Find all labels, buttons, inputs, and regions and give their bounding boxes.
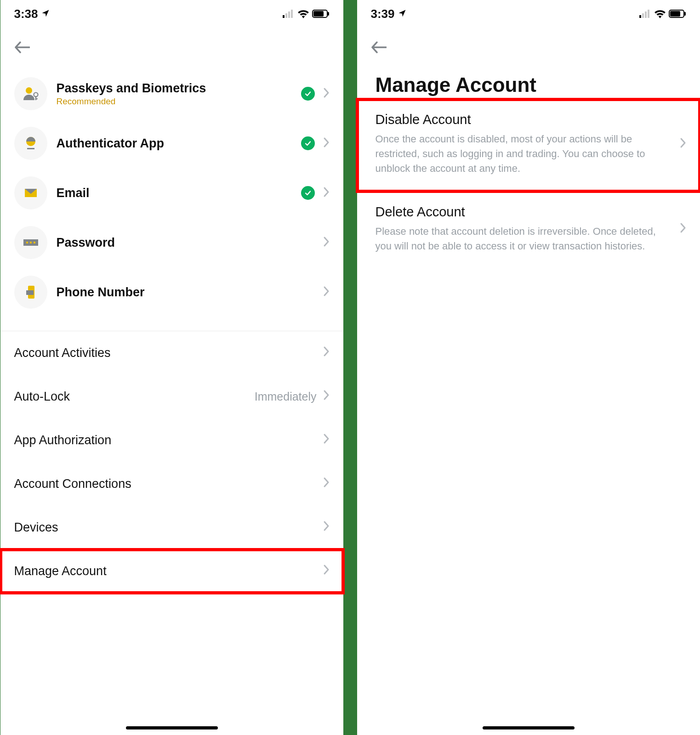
auth-row-phone[interactable]: Phone Number xyxy=(5,267,339,317)
status-bar: 3:38 xyxy=(0,0,343,28)
row-label: Devices xyxy=(14,520,58,535)
chevron-right-icon xyxy=(323,137,330,150)
check-icon xyxy=(301,186,315,200)
chevron-right-icon xyxy=(323,187,330,199)
security-settings-screen: 3:38 xyxy=(0,0,343,735)
svg-rect-26 xyxy=(684,12,686,16)
home-indicator[interactable] xyxy=(126,726,218,729)
svg-point-16 xyxy=(29,242,32,244)
phone-icon xyxy=(14,276,47,309)
auth-methods-list: Passkeys and Biometrics Recommended xyxy=(0,60,343,331)
chevron-right-icon xyxy=(323,390,330,404)
auth-row-passkeys[interactable]: Passkeys and Biometrics Recommended xyxy=(5,69,339,119)
row-label: Account Connections xyxy=(14,477,131,491)
row-app-authorization[interactable]: App Authorization xyxy=(0,418,343,462)
row-account-connections[interactable]: Account Connections xyxy=(0,462,343,506)
row-label: Auto-Lock xyxy=(14,390,70,404)
svg-rect-9 xyxy=(35,96,36,100)
svg-rect-5 xyxy=(313,11,324,17)
manage-account-screen: 3:39 xyxy=(357,0,700,735)
card-title: Delete Account xyxy=(376,204,671,220)
battery-icon xyxy=(669,10,686,18)
wifi-icon xyxy=(654,9,666,18)
chevron-right-icon xyxy=(680,222,686,235)
passkey-icon xyxy=(14,77,47,110)
password-icon xyxy=(14,226,47,259)
chevron-right-icon xyxy=(680,137,686,150)
status-time: 3:39 xyxy=(371,7,395,21)
auth-row-password[interactable]: Password xyxy=(5,218,339,267)
svg-rect-6 xyxy=(328,12,329,16)
recommended-badge: Recommended xyxy=(57,96,206,107)
check-icon xyxy=(301,136,315,150)
back-button[interactable] xyxy=(371,47,387,55)
cellular-icon xyxy=(639,10,651,18)
auth-row-title: Passkeys and Biometrics xyxy=(57,81,206,96)
location-icon xyxy=(398,7,407,21)
svg-rect-3 xyxy=(291,10,293,18)
authenticator-icon xyxy=(14,127,47,160)
svg-rect-21 xyxy=(642,13,644,18)
auth-row-title: Authenticator App xyxy=(57,136,164,151)
location-icon xyxy=(41,7,50,21)
svg-rect-19 xyxy=(26,290,34,295)
chevron-right-icon xyxy=(323,236,330,249)
card-delete-account[interactable]: Delete Account Please note that account … xyxy=(357,192,700,269)
status-time: 3:38 xyxy=(14,7,38,21)
chevron-right-icon xyxy=(323,477,330,491)
svg-rect-1 xyxy=(285,13,287,18)
row-devices[interactable]: Devices xyxy=(0,506,343,549)
card-disable-account[interactable]: Disable Account Once the account is disa… xyxy=(357,99,700,192)
auth-row-authenticator[interactable]: Authenticator App xyxy=(5,119,339,168)
card-description: Once the account is disabled, most of yo… xyxy=(376,132,671,176)
card-title: Disable Account xyxy=(376,112,671,127)
back-button[interactable] xyxy=(14,47,30,55)
home-indicator[interactable] xyxy=(483,726,575,729)
chevron-right-icon xyxy=(323,286,330,299)
row-label: App Authorization xyxy=(14,433,112,447)
auth-row-title: Email xyxy=(57,186,90,200)
page-title: Manage Account xyxy=(357,60,700,99)
auth-row-email[interactable]: Email xyxy=(5,168,339,218)
chevron-right-icon xyxy=(323,346,330,360)
status-bar: 3:39 xyxy=(357,0,700,28)
chevron-right-icon xyxy=(323,564,330,578)
chevron-right-icon xyxy=(323,87,330,100)
email-icon xyxy=(14,176,47,209)
chevron-right-icon xyxy=(323,433,330,447)
svg-rect-23 xyxy=(648,10,649,18)
row-account-activities[interactable]: Account Activities xyxy=(0,331,343,375)
auth-row-title: Phone Number xyxy=(57,285,145,300)
cellular-icon xyxy=(283,10,295,18)
check-icon xyxy=(301,87,315,101)
svg-rect-0 xyxy=(283,15,285,18)
svg-rect-2 xyxy=(288,11,290,18)
svg-rect-20 xyxy=(639,15,641,18)
svg-point-17 xyxy=(33,242,35,244)
settings-list: Account Activities Auto-Lock Immediately… xyxy=(0,331,343,593)
row-label: Account Activities xyxy=(14,346,111,360)
row-value: Immediately xyxy=(255,390,317,403)
svg-point-15 xyxy=(26,242,28,244)
row-auto-lock[interactable]: Auto-Lock Immediately xyxy=(0,375,343,418)
row-manage-account[interactable]: Manage Account xyxy=(0,549,343,593)
svg-rect-10 xyxy=(35,98,37,99)
row-label: Manage Account xyxy=(14,564,107,578)
svg-point-7 xyxy=(26,87,32,94)
card-description: Please note that account deletion is irr… xyxy=(376,224,671,254)
svg-rect-12 xyxy=(27,148,34,149)
chevron-right-icon xyxy=(323,520,330,535)
auth-row-title: Password xyxy=(57,236,115,250)
svg-rect-22 xyxy=(645,11,647,18)
battery-icon xyxy=(312,10,330,18)
svg-rect-25 xyxy=(670,11,680,17)
wifi-icon xyxy=(297,9,309,18)
